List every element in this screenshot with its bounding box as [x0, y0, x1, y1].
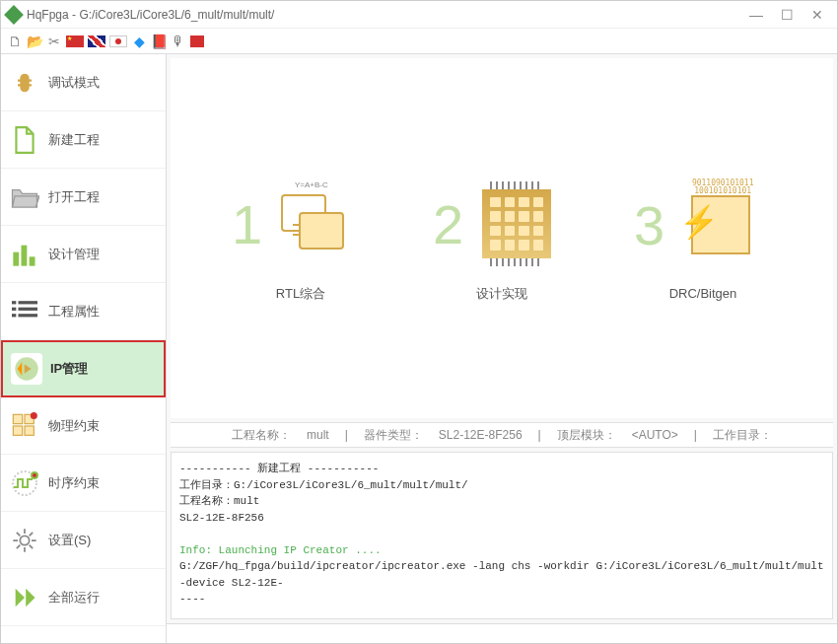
console-line: G:/ZGF/hq_fpga/build/ipcreator/ipcreator… — [179, 558, 824, 591]
misc-icon[interactable] — [190, 36, 204, 47]
toolbar: 🗋 📂 ✂ ◆ 📕 🎙 — [1, 29, 837, 54]
svg-rect-8 — [19, 314, 38, 317]
svg-rect-6 — [19, 307, 38, 310]
svg-rect-7 — [12, 314, 16, 317]
step-number: 2 — [433, 192, 463, 256]
window-title: HqFpga - G:/iCore3L/iCore3L/6_mult/mult/… — [27, 8, 749, 22]
sidebar-label: 工程属性 — [48, 303, 100, 321]
play-all-icon — [9, 582, 40, 613]
sidebar-label: 物理约束 — [48, 417, 100, 435]
svg-rect-12 — [13, 426, 22, 435]
minimize-button[interactable]: — — [749, 7, 763, 23]
step-number: 1 — [232, 192, 262, 256]
document-icon — [9, 124, 40, 156]
console-line: ----------- 新建工程 ----------- — [179, 461, 824, 477]
flow-step-rtl[interactable]: 1 Y=A+B-C RTL综合 — [222, 175, 380, 303]
sidebar-item-run-all[interactable]: 全部运行 — [1, 569, 166, 626]
svg-rect-4 — [19, 301, 38, 304]
sidebar-label: 时序约束 — [48, 474, 100, 492]
microphone-icon[interactable]: 🎙 — [171, 34, 186, 49]
flag-china-icon[interactable] — [66, 36, 84, 47]
sidebar-item-timing[interactable]: 时序约束 — [1, 455, 166, 512]
book-icon[interactable]: 📕 — [151, 34, 167, 49]
gear-icon — [9, 525, 40, 556]
scissors-icon[interactable]: ✂ — [46, 34, 62, 49]
maximize-button[interactable]: ☐ — [781, 7, 794, 23]
sidebar-item-ip-mgmt[interactable]: IP管理 — [1, 340, 166, 397]
console-line: 工作目录：G:/iCore3L/iCore3L/6_mult/mult/mult… — [179, 477, 824, 494]
svg-rect-2 — [30, 256, 35, 265]
step-label: 设计实现 — [423, 285, 581, 303]
step-number: 3 — [634, 193, 664, 257]
step-label: DRC/Bitgen — [624, 286, 782, 301]
chip-icon — [482, 189, 551, 258]
svg-point-16 — [32, 472, 37, 478]
svg-point-17 — [20, 536, 29, 544]
sidebar-item-new-project[interactable]: 新建工程 — [1, 111, 166, 169]
ip-icon — [11, 353, 42, 385]
svg-point-14 — [31, 412, 37, 419]
svg-rect-5 — [12, 307, 16, 310]
bottom-strip — [167, 623, 837, 643]
sidebar-item-settings[interactable]: 设置(S) — [1, 512, 166, 569]
sidebar-item-physical[interactable]: 物理约束 — [1, 397, 166, 455]
console-line: SL2-12E-8F256 — [179, 510, 824, 527]
sidebar-label: 设置(S) — [48, 532, 91, 549]
sidebar: 调试模式 新建工程 打开工程 设计管理 工程属性 — [1, 54, 167, 643]
folder-icon — [9, 181, 40, 213]
waveform-icon — [9, 467, 40, 499]
content-area: 1 Y=A+B-C RTL综合 2 — [167, 54, 837, 643]
sidebar-item-debug[interactable]: 调试模式 — [1, 54, 166, 111]
bug-icon — [9, 67, 40, 99]
flag-uk-icon[interactable] — [88, 36, 105, 47]
svg-rect-1 — [22, 245, 28, 265]
console-line-info: Info: Launching IP Creator .... — [179, 542, 824, 559]
open-folder-icon[interactable]: 📂 — [27, 34, 42, 49]
sidebar-label: 设计管理 — [48, 246, 100, 263]
rtl-icon: Y=A+B-C — [281, 194, 350, 253]
console-line: ---- — [179, 591, 824, 608]
sidebar-label: IP管理 — [50, 360, 88, 378]
step-label: RTL综合 — [222, 285, 380, 303]
flow-step-bitgen[interactable]: 3 9011090101011 100101010101 ⚡ DRC/Bitge… — [624, 176, 782, 301]
svg-rect-10 — [13, 414, 22, 423]
sidebar-label: 全部运行 — [48, 589, 100, 607]
grid-icon — [9, 410, 40, 442]
sidebar-label: 调试模式 — [48, 74, 100, 92]
svg-rect-13 — [25, 426, 34, 435]
sidebar-label: 打开工程 — [48, 188, 100, 206]
status-bar: 工程名称：mult | 器件类型：SL2-12E-8F256 | 顶层模块：<A… — [171, 422, 833, 448]
flow-step-impl[interactable]: 2 设计实现 — [423, 175, 581, 303]
svg-rect-3 — [12, 301, 16, 304]
bar-chart-icon — [9, 239, 40, 270]
diamond-icon[interactable]: ◆ — [131, 34, 147, 49]
flow-area: 1 Y=A+B-C RTL综合 2 — [171, 58, 833, 418]
close-button[interactable]: ✕ — [811, 7, 823, 23]
app-icon — [4, 5, 24, 25]
flag-japan-icon[interactable] — [109, 36, 127, 47]
console-line: 工程名称：mult — [179, 493, 824, 510]
sidebar-item-open-project[interactable]: 打开工程 — [1, 169, 166, 226]
window-controls: — ☐ ✕ — [749, 7, 831, 23]
sidebar-item-design-mgmt[interactable]: 设计管理 — [1, 226, 166, 283]
bitgen-icon: 9011090101011 100101010101 ⚡ — [691, 195, 750, 254]
sidebar-item-properties[interactable]: 工程属性 — [1, 283, 166, 340]
console-output[interactable]: ----------- 新建工程 ----------- 工作目录：G:/iCo… — [171, 452, 833, 619]
title-bar: HqFpga - G:/iCore3L/iCore3L/6_mult/mult/… — [1, 1, 837, 29]
sidebar-label: 新建工程 — [48, 131, 100, 149]
list-icon — [9, 296, 40, 327]
svg-rect-0 — [13, 251, 19, 265]
new-file-icon[interactable]: 🗋 — [7, 34, 23, 49]
